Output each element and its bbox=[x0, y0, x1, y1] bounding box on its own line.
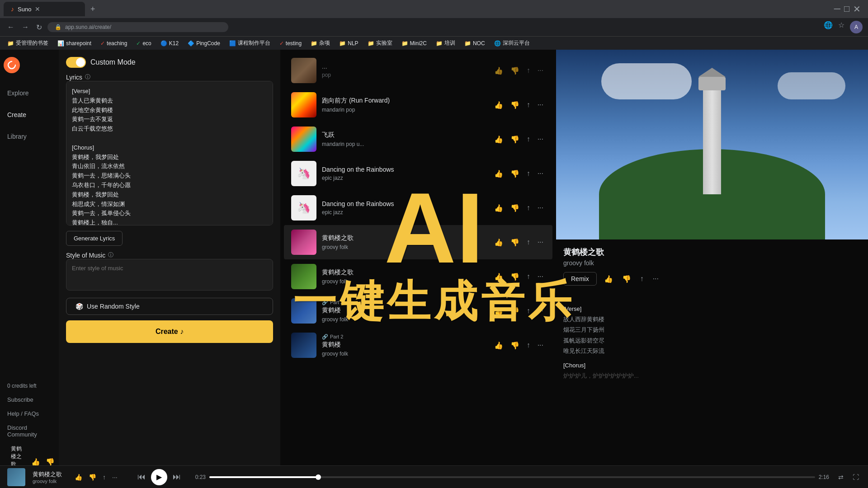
sidebar-item-library[interactable]: Library bbox=[4, 131, 55, 142]
new-tab-button[interactable]: + bbox=[87, 3, 99, 16]
play-pause-button[interactable]: ▶ bbox=[151, 469, 167, 485]
like-button[interactable]: 👍 bbox=[492, 271, 505, 283]
dislike-button[interactable]: 👎 bbox=[509, 236, 521, 249]
more-button[interactable]: ··· bbox=[536, 168, 545, 179]
more-button[interactable]: ··· bbox=[536, 271, 545, 282]
create-button[interactable]: Create ♪ bbox=[66, 320, 273, 343]
style-input[interactable] bbox=[66, 259, 273, 291]
like-button[interactable]: 👍 bbox=[492, 168, 505, 180]
share-button[interactable]: ↑ bbox=[525, 168, 532, 179]
bookmark-misc[interactable]: 📁 杂项 bbox=[307, 38, 334, 48]
sidebar-item-create[interactable]: Create bbox=[4, 109, 55, 120]
list-item[interactable]: 🦄 Dancing on the Rainbows epic jazz 👍 👎 … bbox=[284, 156, 552, 191]
address-bar[interactable]: 🔒 app.suno.ai/create/ bbox=[47, 22, 228, 32]
like-button[interactable]: 👍 bbox=[492, 305, 505, 317]
list-item[interactable]: 🔗 Part 2 黄鹤楼 groovy folk 👍 👎 ↑ ··· bbox=[284, 294, 552, 328]
share-button[interactable]: ↑ bbox=[525, 99, 532, 111]
fullscreen-button[interactable]: ⛶ bbox=[851, 472, 861, 483]
progress-track[interactable] bbox=[209, 476, 815, 478]
player-share-button[interactable]: ↑ bbox=[101, 472, 108, 483]
like-button[interactable]: 👍 bbox=[492, 133, 505, 145]
like-button[interactable]: 👍 bbox=[492, 236, 505, 249]
share-button[interactable]: ↑ bbox=[525, 65, 532, 76]
skip-forward-button[interactable]: ⏭ bbox=[173, 472, 181, 482]
more-button[interactable]: ··· bbox=[536, 65, 545, 76]
close-window-button[interactable]: ✕ bbox=[853, 4, 861, 14]
bookmark-noc[interactable]: 📁 NOC bbox=[461, 39, 489, 47]
dislike-button[interactable]: 👎 bbox=[509, 271, 521, 283]
skip-back-button[interactable]: ⏮ bbox=[137, 472, 146, 482]
bookmark-training[interactable]: 📁 培训 bbox=[432, 38, 459, 48]
list-item[interactable]: 🔗 Part 2 黄鹤楼 groovy folk 👍 👎 ↑ ··· bbox=[284, 328, 552, 362]
close-tab-button[interactable]: ✕ bbox=[35, 5, 40, 13]
subscribe-button[interactable]: Subscribe bbox=[4, 394, 55, 405]
remix-button[interactable]: Remix bbox=[563, 272, 597, 286]
dislike-button[interactable]: 👎 bbox=[509, 202, 521, 214]
bookmark-eco[interactable]: ✓ eco bbox=[132, 39, 155, 47]
list-item[interactable]: 跑向前方 (Run Forward) mandarin pop 👍 👎 ↑ ··… bbox=[284, 88, 552, 122]
more-button[interactable]: ··· bbox=[536, 99, 545, 111]
bookmark-mini2c[interactable]: 📁 Mini2C bbox=[398, 39, 430, 47]
dislike-button[interactable]: 👎 bbox=[509, 305, 521, 317]
bookmark-lab[interactable]: 📁 实验室 bbox=[364, 38, 396, 48]
bookmark-course[interactable]: 🟦 课程制作平台 bbox=[226, 38, 274, 48]
more-button[interactable]: ··· bbox=[536, 236, 545, 248]
share-playing-button[interactable]: ↑ bbox=[638, 273, 646, 285]
list-item[interactable]: 黄鹤楼之歌 groovy folk 👍 👎 ↑ ··· bbox=[284, 259, 552, 294]
dislike-button[interactable]: 👎 bbox=[509, 133, 521, 145]
translate-icon[interactable]: 🌐 bbox=[824, 21, 833, 33]
dislike-button[interactable]: 👎 bbox=[509, 99, 521, 111]
progress-bar[interactable]: 0:23 2:16 bbox=[195, 474, 829, 480]
discord-link[interactable]: Discord Community bbox=[4, 422, 55, 440]
lyrics-input[interactable]: [Verse] 昔人已乘黄鹤去 此地空余黄鹤楼 黄鹤一去不复返 白云千载空悠悠 … bbox=[66, 81, 273, 225]
more-button[interactable]: ··· bbox=[536, 305, 545, 317]
more-button[interactable]: ··· bbox=[536, 339, 545, 351]
help-link[interactable]: Help / FAQs bbox=[4, 408, 55, 419]
bookmark-testing[interactable]: ✓ testing bbox=[276, 39, 305, 47]
list-item[interactable]: 黄鹤楼之歌 groovy folk 👍 👎 ↑ ··· bbox=[284, 225, 552, 259]
forward-button[interactable]: → bbox=[20, 21, 31, 33]
like-button[interactable]: 👍 bbox=[492, 339, 505, 352]
active-tab[interactable]: ♪ Suno ✕ bbox=[4, 2, 85, 16]
dislike-button[interactable]: 👎 bbox=[509, 339, 521, 352]
bookmark-pingcode[interactable]: 🔷 PingCode bbox=[184, 39, 224, 47]
more-button[interactable]: ··· bbox=[536, 133, 545, 145]
like-button[interactable]: 👍 bbox=[492, 65, 505, 77]
share-button[interactable]: ↑ bbox=[525, 271, 532, 282]
player-like-button[interactable]: 👍 bbox=[73, 472, 84, 483]
maximize-button[interactable]: □ bbox=[844, 4, 849, 14]
more-button[interactable]: ··· bbox=[536, 202, 545, 214]
like-button[interactable]: 👍 bbox=[492, 202, 505, 214]
minimize-button[interactable]: ─ bbox=[834, 4, 840, 14]
share-button[interactable]: ↑ bbox=[525, 305, 532, 317]
sidebar-item-explore[interactable]: Explore bbox=[4, 88, 55, 99]
dislike-playing-button[interactable]: 👎 bbox=[620, 273, 633, 285]
back-button[interactable]: ← bbox=[5, 21, 16, 33]
player-dislike-button[interactable]: 👎 bbox=[87, 472, 98, 483]
custom-mode-switch[interactable] bbox=[66, 57, 86, 68]
reload-button[interactable]: ↻ bbox=[34, 21, 44, 33]
more-playing-button[interactable]: ··· bbox=[651, 273, 660, 285]
share-button[interactable]: ↑ bbox=[525, 202, 532, 214]
bookmark-sharepoint[interactable]: 📊 sharepoint bbox=[54, 39, 95, 47]
profile-icon[interactable]: A bbox=[850, 21, 863, 33]
generate-lyrics-button[interactable]: Generate Lyrics bbox=[66, 231, 123, 246]
bookmark-icon[interactable]: ☆ bbox=[838, 21, 844, 33]
shuffle-button[interactable]: ⇄ bbox=[836, 472, 845, 483]
like-playing-button[interactable]: 👍 bbox=[602, 273, 615, 285]
random-style-button[interactable]: 🎲 Use Random Style bbox=[66, 298, 273, 315]
bookmark-teaching[interactable]: ✓ teaching bbox=[97, 39, 131, 47]
share-button[interactable]: ↑ bbox=[525, 236, 532, 248]
share-button[interactable]: ↑ bbox=[525, 133, 532, 145]
share-button[interactable]: ↑ bbox=[525, 339, 532, 351]
list-item[interactable]: ... pop 👍 👎 ↑ ··· bbox=[284, 53, 552, 88]
bookmark-managed[interactable]: 📁 受管理的书签 bbox=[4, 38, 52, 48]
list-item[interactable]: 🦄 Dancing on the Rainbows epic jazz 👍 👎 … bbox=[284, 191, 552, 225]
bookmark-nlp[interactable]: 📁 NLP bbox=[335, 39, 362, 47]
dislike-button[interactable]: 👎 bbox=[509, 65, 521, 77]
bookmark-cloud[interactable]: 🌐 深圳云平台 bbox=[491, 38, 533, 48]
dislike-button[interactable]: 👎 bbox=[509, 168, 521, 180]
player-more-button[interactable]: ··· bbox=[110, 472, 119, 483]
like-button[interactable]: 👍 bbox=[492, 99, 505, 111]
bookmark-k12[interactable]: 🔵 K12 bbox=[157, 39, 182, 47]
